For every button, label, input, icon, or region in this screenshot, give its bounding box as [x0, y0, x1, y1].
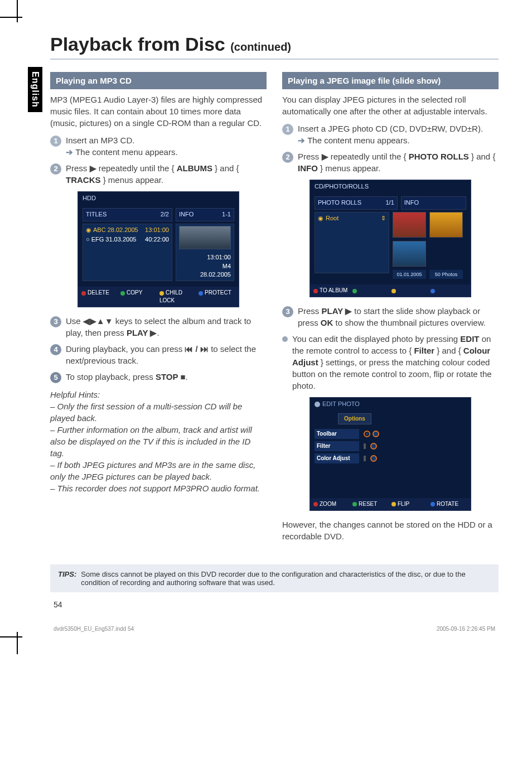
photo-thumb-1	[393, 212, 426, 238]
rstep2-a: Press	[298, 152, 322, 161]
footer-time: 2005-09-16 2:26:45 PM	[437, 626, 495, 632]
knob-icon	[364, 431, 370, 437]
section-header-mp3: Playing an MP3 CD	[50, 72, 267, 89]
root-label: Root	[326, 214, 338, 223]
step2-f: } menus appear.	[101, 175, 164, 185]
photo-thumb-2	[429, 212, 463, 238]
stop-bold: STOP	[156, 372, 180, 381]
pr-count: 1/1	[385, 199, 394, 207]
knob-icon	[373, 431, 379, 437]
play-icon: ▶	[322, 152, 328, 161]
foot-protect: PROTECT	[205, 289, 231, 296]
connector-icon	[364, 456, 366, 461]
play-icon: ▶	[90, 163, 96, 173]
right-column: Playing a JPEG image file (slide show) Y…	[282, 69, 499, 548]
rstep1-text: Insert a JPEG photo CD (CD, DVD±RW, DVD±…	[298, 124, 483, 133]
edit-footer: ZOOM RESET FLIP ROTATE	[310, 498, 471, 510]
pr-info-label: INFO	[404, 199, 419, 206]
toolbar-label: Toolbar	[315, 429, 359, 439]
red-dot-icon	[313, 502, 318, 506]
info-channel: M4	[179, 262, 231, 271]
scroll-icon: ⇕	[381, 214, 386, 223]
crop-mark	[0, 636, 22, 637]
green-dot-icon	[120, 291, 125, 296]
rstep2-f: } menus appear.	[318, 163, 381, 173]
step5-c: .	[185, 372, 187, 381]
title-main: Playback from Disc	[50, 33, 230, 55]
hint2: – Further information on the album, trac…	[50, 424, 267, 459]
ss-top-label: HDD	[78, 192, 239, 205]
arrow-icon: ➔	[298, 136, 307, 145]
step3-d: .	[157, 328, 159, 337]
photo-thumb-3	[393, 241, 426, 267]
play-icon: ▶	[345, 306, 352, 316]
ok-bold: OK	[321, 318, 333, 327]
step-5: 5 To stop playback, press STOP ■.	[50, 371, 267, 383]
title-continued: (continued)	[230, 41, 291, 53]
row1-name: ABC 28.02.2005	[93, 226, 138, 234]
crop-mark	[17, 632, 18, 654]
row2-name: EFG 31.03.2005	[91, 235, 137, 244]
blue-dot-icon	[431, 289, 435, 293]
info-label: INFO	[298, 163, 318, 173]
bul-g: } settings, or press the matching colour…	[292, 358, 492, 390]
foot-rotate: ROTATE	[437, 501, 458, 507]
tail-note: However, the changes cannot be stored on…	[282, 519, 499, 542]
hint1: – Only the first session of a multi-sess…	[50, 400, 267, 424]
pr-label: PHOTO ROLLS	[318, 199, 361, 207]
step-badge-3: 3	[282, 306, 293, 317]
step2-a: Press	[66, 163, 90, 173]
rstep3-a: Press	[298, 306, 322, 316]
tips-label: TIPS:	[58, 570, 76, 587]
hint3: – If both JPEG pictures and MP3s are in …	[50, 459, 267, 482]
rbullet: You can edit the displayed photo by pres…	[282, 333, 499, 392]
step-badge-2: 2	[50, 163, 61, 175]
info-date: 28.02.2005	[179, 271, 231, 279]
green-dot-icon	[352, 502, 357, 506]
row2-time: 40:22:00	[145, 235, 169, 244]
step5-a: To stop playback, press	[66, 372, 156, 381]
rstep2-b: repeatedly until the {	[328, 152, 409, 161]
filter-bold: Filter	[414, 346, 434, 355]
yellow-dot-icon	[159, 291, 164, 296]
step4-a: During playback, you can press	[66, 344, 185, 354]
yellow-dot-icon	[391, 502, 396, 506]
crop-mark	[0, 17, 22, 18]
photo-count: 50 Photos	[429, 270, 463, 279]
photo-date: 01.01.2005	[393, 270, 426, 279]
step2-d: } and {	[212, 163, 239, 173]
tracks-label: TRACKS	[66, 175, 101, 185]
info-page: 1-1	[222, 210, 231, 219]
rstep-3: 3 Press PLAY ▶ to start the slide show p…	[282, 305, 499, 329]
albums-label: ALBUMS	[177, 163, 212, 173]
footer-meta: dvdr5350H_EU_Eng537.indd 54 2005-09-16 2…	[50, 626, 499, 632]
hdd-screenshot: HDD TITLES 2/2 INFO 1-1	[78, 191, 239, 307]
prev-next-icon: ⏮ / ⏭	[185, 344, 209, 354]
arrow-icon: ➔	[66, 147, 75, 157]
hint4: – This recorder does not support MP3PRO …	[50, 482, 267, 494]
foot-reset: RESET	[359, 501, 377, 507]
step-badge-1: 1	[50, 136, 61, 147]
step-3: 3 Use ◀▶▲▼ keys to select the album and …	[50, 315, 267, 339]
blue-dot-icon	[431, 502, 435, 506]
disc-icon	[315, 402, 320, 407]
step1-result: The content menu appears.	[75, 147, 177, 157]
crop-mark	[17, 0, 18, 22]
folder-icon: ◉	[318, 214, 323, 223]
tips-body: Some discs cannot be played on this DVD …	[81, 570, 491, 587]
blue-dot-icon	[199, 291, 203, 296]
hints-block: Helpful Hints: – Only the first session …	[50, 389, 267, 494]
step2-b: repeatedly until the {	[96, 163, 177, 173]
foot-toalbum: TO ALBUM	[320, 287, 347, 293]
info-time: 13:01:00	[179, 253, 231, 262]
knob-icon	[370, 443, 377, 450]
section-header-jpeg: Playing a JPEG image file (slide show)	[282, 72, 499, 89]
preview-thumb	[179, 226, 231, 249]
footer-file: dvdr5350H_EU_Eng537.indd 54	[54, 626, 134, 632]
step-1: 1 Insert an MP3 CD. ➔ The content menu a…	[50, 134, 267, 158]
hints-title: Helpful Hints:	[50, 389, 267, 400]
bul-a: You can edit the displayed photo by pres…	[292, 334, 460, 344]
step-badge-1: 1	[282, 124, 293, 135]
green-dot-icon	[352, 289, 357, 293]
play-dot-icon: ◉	[86, 226, 91, 234]
